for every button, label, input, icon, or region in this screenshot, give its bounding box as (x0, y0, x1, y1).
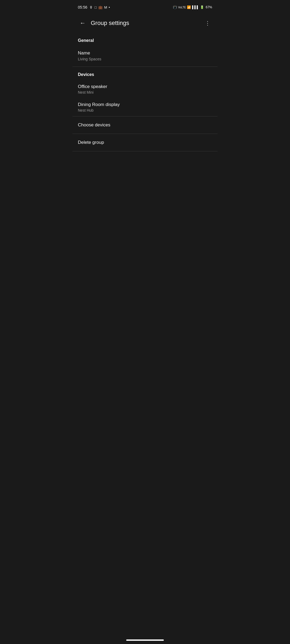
vibrate-icon: 📳 (173, 5, 177, 9)
battery-level: 67% (206, 5, 212, 9)
general-section: General Name Living Spaces (73, 33, 218, 67)
wifi-icon: 📶 (187, 5, 191, 9)
status-left: 05:56 🎙 □ 💼 M • (78, 5, 110, 9)
divider-4 (73, 151, 218, 151)
dot-icon: • (109, 5, 110, 9)
name-item[interactable]: Name Living Spaces (73, 46, 218, 67)
signal-icon: ▌▌▌ (192, 5, 199, 9)
device-type-nest-mini: Nest Mini (78, 90, 212, 94)
name-label: Name (78, 50, 212, 56)
name-value: Living Spaces (78, 57, 212, 61)
device-item-office-speaker[interactable]: Office speaker Nest Mini (73, 80, 218, 98)
device-item-dining-room[interactable]: Dining Room display Nest Hub (73, 98, 218, 116)
more-options-button[interactable]: ⋮ (201, 17, 213, 29)
status-bar: 05:56 🎙 □ 💼 M • 📳 VoLTE 📶 ▌▌▌ 🔋 67% (73, 0, 218, 13)
gmail-icon: M (104, 5, 107, 9)
battery-icon: 🔋 (200, 5, 204, 9)
device-name-dining-room: Dining Room display (78, 102, 212, 107)
devices-section: Devices Office speaker Nest Mini Dining … (73, 67, 218, 116)
devices-section-header: Devices (73, 67, 218, 80)
instagram-icon: □ (95, 5, 97, 9)
back-button[interactable]: ← (77, 17, 89, 29)
device-type-nest-hub: Nest Hub (78, 108, 212, 112)
status-icons-right: 📳 VoLTE 📶 ▌▌▌ 🔋 67% (173, 5, 212, 9)
volte-icon: VoLTE (178, 6, 186, 9)
delete-group-button[interactable]: Delete group (73, 134, 218, 151)
page-title: Group settings (91, 20, 201, 27)
status-icons-left: 🎙 □ 💼 M • (89, 5, 110, 9)
device-name-office-speaker: Office speaker (78, 84, 212, 89)
linkedin-icon: 💼 (98, 5, 103, 9)
choose-devices-button[interactable]: Choose devices (73, 116, 218, 134)
status-time: 05:56 (78, 5, 87, 9)
back-arrow-icon: ← (80, 20, 86, 27)
app-bar: ← Group settings ⋮ (73, 13, 218, 33)
more-vert-icon: ⋮ (205, 20, 210, 26)
discord-icon: 🎙 (89, 5, 93, 9)
general-section-header: General (73, 33, 218, 46)
